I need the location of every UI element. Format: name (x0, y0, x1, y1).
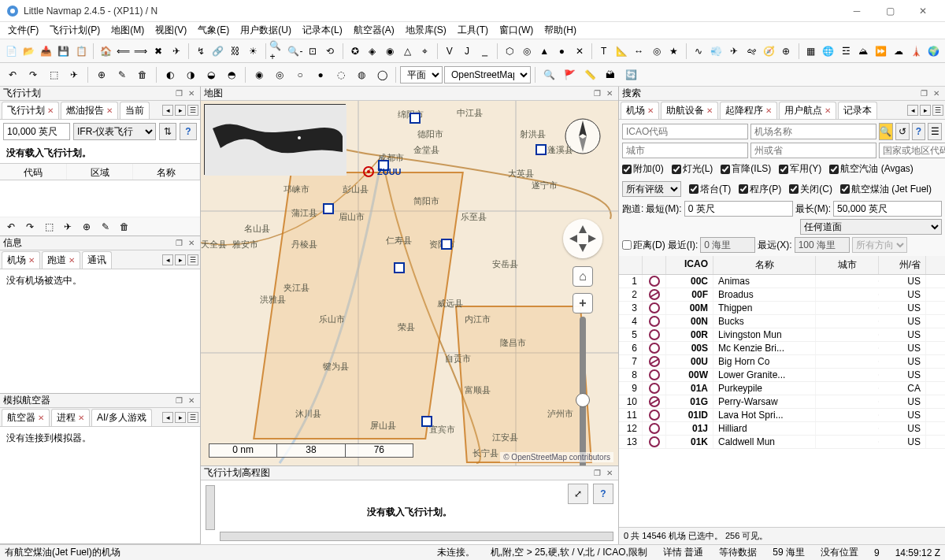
tab-fuelreport[interactable]: 燃油报告✕ (61, 102, 118, 119)
ruler-icon[interactable]: 📏 (580, 65, 599, 84)
tower-icon[interactable]: 🗼 (908, 42, 924, 61)
tab-close-icon[interactable]: ✕ (106, 106, 113, 115)
tab-menu[interactable]: ☰ (187, 105, 198, 116)
menu-item[interactable]: 气象(E) (193, 22, 234, 39)
surface-select[interactable]: 任何道面 (800, 219, 942, 235)
menu-item[interactable]: 工具(T) (453, 22, 493, 39)
tab-prev[interactable]: ◂ (162, 105, 173, 116)
tab-next[interactable]: ▸ (175, 105, 186, 116)
tab-close-icon[interactable]: ✕ (47, 106, 54, 115)
airspace-icon[interactable]: ⬡ (501, 42, 517, 61)
menu-item[interactable]: 记录本(L) (298, 22, 347, 39)
country-input[interactable] (879, 143, 945, 158)
heading-select[interactable]: 所有方向 (852, 237, 907, 253)
cloud-icon[interactable]: ☁ (891, 42, 906, 61)
overview-map[interactable] (204, 104, 346, 175)
fit-icon[interactable]: ⊡ (305, 42, 321, 61)
path-icon[interactable]: ∿ (691, 42, 706, 61)
help-icon[interactable]: ? (912, 123, 926, 140)
navaid-icon[interactable] (394, 262, 405, 273)
restore-icon[interactable]: ❐ (173, 88, 184, 99)
select-icon[interactable]: ⬚ (41, 219, 57, 235)
cross-icon[interactable]: ✕ (572, 42, 587, 61)
menu-item[interactable]: 用户数据(U) (235, 22, 296, 39)
table-row[interactable]: 200FBroadusUS (619, 288, 945, 302)
navaid-icon[interactable] (421, 416, 432, 427)
tab-navaid[interactable]: 助航设备✕ (661, 102, 718, 119)
del-icon[interactable]: 🗑 (133, 65, 152, 84)
max-button[interactable]: ▢ (874, 2, 906, 20)
min-button[interactable]: ─ (841, 2, 873, 20)
jet-icon[interactable]: J (459, 42, 475, 61)
tab-next[interactable]: ▸ (175, 254, 186, 265)
tab-menu[interactable]: ☰ (187, 254, 198, 265)
pan-control[interactable] (563, 219, 602, 258)
projection-select[interactable]: 平面 (400, 66, 443, 83)
cb-avgas[interactable]: 航空汽油 (Avgas) (829, 162, 913, 176)
aircraft-icon[interactable]: ✈ (60, 219, 76, 235)
plane2-icon[interactable]: 🛩 (743, 42, 759, 61)
p4-icon[interactable]: ◓ (222, 65, 241, 84)
link-icon[interactable]: 🔗 (210, 42, 226, 61)
table-row[interactable]: 300MThigpenUS (619, 302, 945, 315)
tab-prev[interactable]: ◂ (162, 412, 173, 423)
table-row[interactable]: 800WLower Granite...US (619, 369, 945, 382)
city-input[interactable] (622, 143, 748, 158)
tab-prev[interactable]: ◂ (907, 105, 918, 116)
save-icon[interactable]: 💾 (56, 42, 72, 61)
navaid-icon[interactable] (410, 113, 421, 124)
table-row[interactable]: 100CAnimasUS (619, 275, 945, 288)
globe-icon[interactable]: 🌐 (821, 42, 836, 61)
tab-next[interactable]: ▸ (920, 105, 931, 116)
menu-item[interactable]: 文件(F) (3, 22, 43, 39)
close-icon[interactable]: ✕ (186, 88, 197, 99)
plane1-icon[interactable]: ✈ (725, 42, 741, 61)
cb-mil[interactable]: 军用(Y) (779, 162, 821, 176)
star-icon[interactable]: ★ (666, 42, 682, 61)
delete-icon[interactable]: 🗑 (117, 219, 132, 235)
ils-icon[interactable]: ⌖ (417, 42, 433, 61)
navaid-icon[interactable] (536, 144, 547, 155)
close-icon[interactable]: ✕ (604, 468, 615, 479)
target-icon[interactable]: ⊕ (778, 42, 794, 61)
menu-item[interactable]: 视图(V) (150, 22, 191, 39)
tab-logbook[interactable]: 记录本 (838, 102, 877, 119)
ring-icon[interactable]: ◎ (519, 42, 535, 61)
menu-icon[interactable]: ☰ (928, 123, 942, 140)
back-icon[interactable]: ⟸ (116, 42, 132, 61)
fwd-icon[interactable]: ⟹ (133, 42, 149, 61)
track-icon[interactable]: ⎯ (476, 42, 492, 61)
fit-icon[interactable]: ⤢ (568, 484, 588, 504)
table-row[interactable]: 500RLivingston MunUS (619, 328, 945, 342)
aircraft-icon[interactable]: ✈ (168, 42, 183, 61)
table-row[interactable]: 600SMc Kenzie Bri...US (619, 342, 945, 355)
navaid-icon[interactable] (323, 203, 334, 214)
add-icon[interactable]: ⊕ (79, 219, 94, 235)
tab-current[interactable]: 当前 (120, 102, 150, 119)
layer-icon[interactable]: ☲ (838, 42, 854, 61)
append-icon[interactable]: 📥 (39, 42, 54, 61)
tab-aircraft[interactable]: 航空器✕ (2, 409, 50, 426)
close-icon[interactable]: ✕ (931, 88, 942, 99)
menu-item[interactable]: 航空器(A) (349, 22, 399, 39)
altitude-input[interactable] (3, 123, 70, 140)
tab-menu[interactable]: ☰ (932, 105, 943, 116)
table-row[interactable]: 901APurkeypileCA (619, 382, 945, 395)
table-row[interactable]: 1101IDLava Hot Spri...US (619, 409, 945, 422)
cb-addon[interactable]: 附加(0) (622, 162, 664, 176)
ndb-icon[interactable]: ◉ (382, 42, 398, 61)
restore-icon[interactable]: ❐ (918, 88, 929, 99)
hill-icon[interactable]: 🏔 (601, 65, 620, 84)
redo-icon[interactable]: ↷ (22, 219, 38, 235)
world-icon[interactable]: 🌍 (925, 42, 941, 61)
redo-icon[interactable]: ↷ (24, 65, 43, 84)
refresh-icon[interactable]: 🔄 (621, 65, 640, 84)
sel-icon[interactable]: ⬚ (44, 65, 63, 84)
home-icon[interactable]: 🏠 (98, 42, 113, 61)
c5-icon[interactable]: ◌ (332, 65, 350, 84)
rwy-min-input[interactable] (684, 201, 793, 217)
tab-next[interactable]: ▸ (175, 412, 186, 423)
near-input[interactable] (700, 237, 755, 253)
tab-userpt[interactable]: 用户航点✕ (779, 102, 836, 119)
help-icon[interactable]: ? (593, 484, 613, 504)
